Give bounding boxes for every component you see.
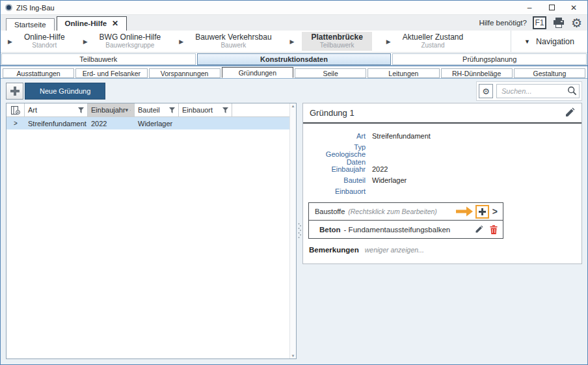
tab-close-icon[interactable]: ✕ <box>112 19 118 28</box>
filter-icon[interactable] <box>169 107 175 113</box>
filter-icon[interactable] <box>78 107 84 113</box>
navigation-label: Navigation <box>536 37 574 46</box>
baustoff-description: - Fundamentaussteifungsbalken <box>344 226 451 234</box>
tab-seile[interactable]: Seile <box>295 68 366 78</box>
breadcrumb-title: Online-Hilfe <box>24 33 65 42</box>
breadcrumb-subtitle: Teilbauwerk <box>311 42 362 49</box>
bemerkungen-label: Bemerkungen <box>309 246 359 254</box>
add-button[interactable] <box>6 83 23 100</box>
breadcrumb-arrow-icon[interactable]: ▶ <box>8 38 12 45</box>
column-header-empty <box>232 103 296 116</box>
field-einbaujahr: Einbaujahr 2022 <box>308 163 574 174</box>
document-tabstrip: Startseite Online-Hilfe ✕ Hilfe benötigt… <box>1 15 587 31</box>
tab-ausstattungen[interactable]: Ausstattungen <box>3 68 74 78</box>
section-tabs: Teilbauwerk Konstruktionsdaten Prüfungsp… <box>1 53 587 66</box>
print-button[interactable] <box>552 17 565 29</box>
breadcrumb-title: Plattenbrücke <box>311 33 362 42</box>
table-scrollbar[interactable]: ▲ ▼ <box>289 103 296 358</box>
gear-icon: ⚙ <box>482 87 490 96</box>
breadcrumb-item-standort[interactable]: ▶ Online-Hilfe Standort <box>1 31 76 52</box>
breadcrumb-arrow-icon[interactable]: ▶ <box>83 38 88 45</box>
edit-pencil-icon[interactable] <box>564 107 575 118</box>
maximize-button[interactable] <box>541 1 563 14</box>
table-settings-button[interactable]: ⚙ <box>479 84 493 98</box>
orange-arrow-icon <box>456 206 474 217</box>
edit-pencil-icon[interactable] <box>474 225 483 234</box>
baustoff-item[interactable]: Beton - Fundamentaussteifungsbalken <box>309 221 503 238</box>
baustoffe-section: Baustoffe (Rechtsklick zum Bearbeiten) <box>308 202 503 239</box>
breadcrumb-item-bauwerksgruppe[interactable]: ▶ BWG Online-Hilfe Bauwerksgruppe <box>76 31 172 52</box>
cell-einbaujahr: 2022 <box>88 117 135 129</box>
navigation-button[interactable]: ▼ Navigation <box>511 31 587 52</box>
f1-help-button[interactable]: F1 <box>533 16 546 29</box>
breadcrumb-arrow-icon[interactable]: ▶ <box>290 38 295 45</box>
breadcrumb-subtitle: Bauwerk <box>195 42 271 49</box>
panel-splitter[interactable] <box>297 103 302 359</box>
details-panel: Gründung 1 Art Streifenfundament <box>302 103 582 359</box>
baustoff-expand-button[interactable]: > <box>491 206 499 217</box>
field-einbauort: Einbauort <box>308 185 574 196</box>
column-chooser-button[interactable] <box>7 103 25 116</box>
tab-pruefungsplanung[interactable]: Prüfungsplanung <box>392 53 587 65</box>
tab-gruendungen[interactable]: Gründungen <box>222 67 293 78</box>
filter-icon[interactable] <box>130 107 131 113</box>
column-header-bauteil[interactable]: Bauteil <box>135 103 179 116</box>
gear-icon: ⚙ <box>571 17 582 29</box>
tab-gestaltung[interactable]: Gestaltung <box>514 68 585 78</box>
breadcrumb-item-teilbauwerk[interactable]: ▶ Plattenbrücke Teilbauwerk <box>283 31 379 52</box>
field-geologische-daten: Geologische Daten <box>308 152 574 163</box>
tab-konstruktionsdaten[interactable]: Konstruktionsdaten <box>197 53 392 65</box>
sort-descending-icon: ▾ <box>126 107 129 113</box>
neue-gruendung-button[interactable]: Neue Gründung <box>25 83 105 100</box>
table-row[interactable]: > Streifenfundament 2022 Widerlager <box>7 117 296 129</box>
splitter-grip-icon <box>298 223 301 239</box>
content-area: Neue Gründung ⚙ <box>1 79 587 364</box>
tab-erd-und-felsanker[interactable]: Erd- und Felsanker <box>75 68 147 78</box>
gruendung-card: Gründung 1 Art Streifenfundament <box>302 103 582 264</box>
tab-vorspannungen[interactable]: Vorspannungen <box>149 68 220 78</box>
row-expand-chevron[interactable]: > <box>7 117 25 129</box>
scroll-down-icon[interactable]: ▼ <box>291 354 295 358</box>
tab-online-hilfe[interactable]: Online-Hilfe ✕ <box>57 16 127 31</box>
filter-icon[interactable] <box>222 107 228 113</box>
help-needed-label: Hilfe benötigt? <box>479 19 527 27</box>
tab-label: Online-Hilfe <box>65 20 107 27</box>
column-header-art[interactable]: Art <box>25 103 88 116</box>
trash-icon[interactable] <box>490 225 498 234</box>
maximize-icon <box>549 5 555 10</box>
baustoff-add-button[interactable] <box>475 205 489 219</box>
breadcrumb-arrow-icon[interactable]: ▶ <box>179 38 183 45</box>
tab-leitungen[interactable]: Leitungen <box>368 68 439 78</box>
bemerkungen-toggle-link[interactable]: weniger anzeigen... <box>365 246 424 254</box>
tab-teilbauwerk[interactable]: Teilbauwerk <box>1 53 196 65</box>
column-chooser-icon <box>11 106 20 115</box>
baustoffe-hint: (Rechtsklick zum Bearbeiten) <box>348 208 437 215</box>
breadcrumb-title: Bauwerk Verkehrsbau <box>195 33 271 42</box>
plus-icon <box>10 87 20 96</box>
column-header-einbaujahr[interactable]: Einbaujahr ▾ <box>88 103 135 116</box>
field-art: Art Streifenfundament <box>308 130 574 141</box>
baustoff-name: Beton <box>319 226 341 234</box>
detail-title: Gründung 1 <box>310 108 354 118</box>
tab-startseite[interactable]: Startseite <box>6 18 55 31</box>
settings-button[interactable]: ⚙ <box>571 17 582 29</box>
close-button[interactable]: ✕ <box>563 1 585 14</box>
gruendungen-table: Art Einbaujahr ▾ Bauteil Einbauort <box>6 103 297 359</box>
breadcrumb-title: BWG Online-Hilfe <box>100 33 161 42</box>
chevron-down-icon: ▼ <box>524 38 530 45</box>
tab-label: Startseite <box>14 21 46 29</box>
app-window: ZIS Ing-Bau – ✕ Startseite Online-Hilfe … <box>0 0 588 365</box>
minimize-button[interactable]: – <box>518 1 541 14</box>
cell-art: Streifenfundament <box>25 117 88 129</box>
breadcrumb-item-bauwerk[interactable]: ▶ Bauwerk Verkehrsbau Bauwerk <box>172 31 282 52</box>
main-split: Art Einbaujahr ▾ Bauteil Einbauort <box>6 103 582 359</box>
cell-bauteil: Widerlager <box>135 117 179 129</box>
scroll-up-icon[interactable]: ▲ <box>291 104 295 108</box>
table-header: Art Einbaujahr ▾ Bauteil Einbauort <box>7 103 296 117</box>
cell-einbauort <box>179 117 232 129</box>
breadcrumb-item-zustand[interactable]: ▶ Aktueller Zustand Zustand <box>379 31 474 52</box>
tab-rh-duennbelaege[interactable]: RH-Dünnbeläge <box>441 68 513 78</box>
column-header-einbauort[interactable]: Einbauort <box>179 103 232 116</box>
search-icon <box>567 86 577 96</box>
breadcrumb-arrow-icon[interactable]: ▶ <box>386 38 391 45</box>
